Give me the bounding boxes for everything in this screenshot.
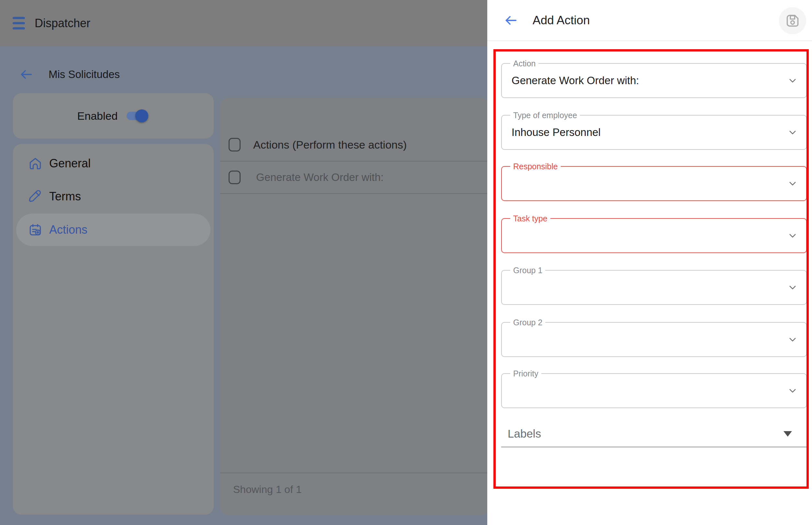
list-item-label: Generate Work Order with:: [256, 171, 384, 183]
top-app-bar: Dispatcher: [0, 0, 488, 46]
divider: [220, 161, 489, 162]
chevron-down-icon: [787, 126, 798, 138]
sidebar-item-label: Actions: [49, 223, 87, 237]
list-header-label: Actions (Perform these actions): [253, 138, 407, 151]
field-label: Priority: [510, 369, 541, 378]
chevron-down-icon: [787, 75, 798, 87]
save-button[interactable]: [779, 7, 806, 34]
field-label: Responsible: [510, 162, 561, 171]
row-checkbox[interactable]: [228, 170, 240, 184]
enabled-toggle[interactable]: [127, 112, 147, 120]
back-arrow-icon[interactable]: [503, 13, 518, 28]
sidebar-item-label: General: [49, 157, 91, 170]
chevron-down-icon: [787, 334, 798, 345]
sidebar-item-general[interactable]: General: [16, 147, 210, 180]
pagination-status: Showing 1 of 1: [233, 483, 302, 496]
task-type-select[interactable]: Task type: [501, 218, 807, 253]
dispatcher-app: Dispatcher Mis Solicitudes Enabled Gener…: [0, 0, 812, 525]
field-value: Inhouse Personnel: [512, 116, 601, 149]
sidebar-item-label: Terms: [49, 190, 81, 203]
dropdown-caret-icon: [783, 431, 792, 437]
chevron-down-icon: [787, 230, 798, 241]
app-title: Dispatcher: [35, 16, 90, 30]
actions-list-card: Actions (Perform these actions) Generate…: [220, 98, 489, 515]
add-action-panel: Add Action Action Generate Work Order wi…: [487, 0, 812, 525]
sidebar-item-actions[interactable]: Actions: [16, 214, 210, 246]
chevron-down-icon: [787, 385, 798, 396]
list-item[interactable]: Generate Work Order with:: [220, 163, 489, 191]
field-label: Group 2: [510, 318, 545, 327]
type-of-employee-select[interactable]: Type of employee Inhouse Personnel: [501, 115, 807, 150]
menu-icon[interactable]: [13, 17, 25, 29]
page-title: Mis Solicitudes: [48, 68, 120, 80]
group-2-select[interactable]: Group 2: [501, 322, 807, 357]
chevron-down-icon: [787, 178, 798, 189]
list-header-row: Actions (Perform these actions): [220, 129, 489, 161]
divider: [220, 193, 489, 194]
group-1-select[interactable]: Group 1: [501, 270, 807, 305]
enabled-card: Enabled: [13, 93, 214, 138]
panel-header: Add Action: [487, 0, 812, 41]
pencil-icon: [28, 189, 42, 204]
breadcrumb: Mis Solicitudes: [0, 60, 488, 89]
save-icon: [785, 14, 800, 28]
responsible-select[interactable]: Responsible: [501, 166, 807, 201]
field-label: Group 1: [510, 266, 545, 275]
chevron-down-icon: [787, 282, 798, 293]
priority-select[interactable]: Priority: [501, 373, 807, 408]
home-icon: [28, 156, 42, 170]
select-all-checkbox[interactable]: [228, 138, 240, 151]
panel-title: Add Action: [533, 14, 590, 27]
action-select[interactable]: Action Generate Work Order with:: [501, 63, 807, 98]
divider: [220, 472, 489, 473]
back-arrow-icon[interactable]: [19, 67, 34, 82]
calendar-add-icon: [28, 223, 42, 237]
settings-sidebar: General Terms Actions: [13, 144, 214, 515]
dimmed-background: Dispatcher Mis Solicitudes Enabled Gener…: [0, 0, 488, 525]
sidebar-item-terms[interactable]: Terms: [16, 180, 210, 213]
field-label: Task type: [510, 214, 550, 223]
labels-select-label: Labels: [508, 427, 541, 440]
labels-select[interactable]: Labels: [501, 420, 807, 447]
toggle-knob: [135, 109, 148, 122]
enabled-label: Enabled: [77, 110, 118, 122]
field-value: Generate Work Order with:: [512, 64, 639, 97]
